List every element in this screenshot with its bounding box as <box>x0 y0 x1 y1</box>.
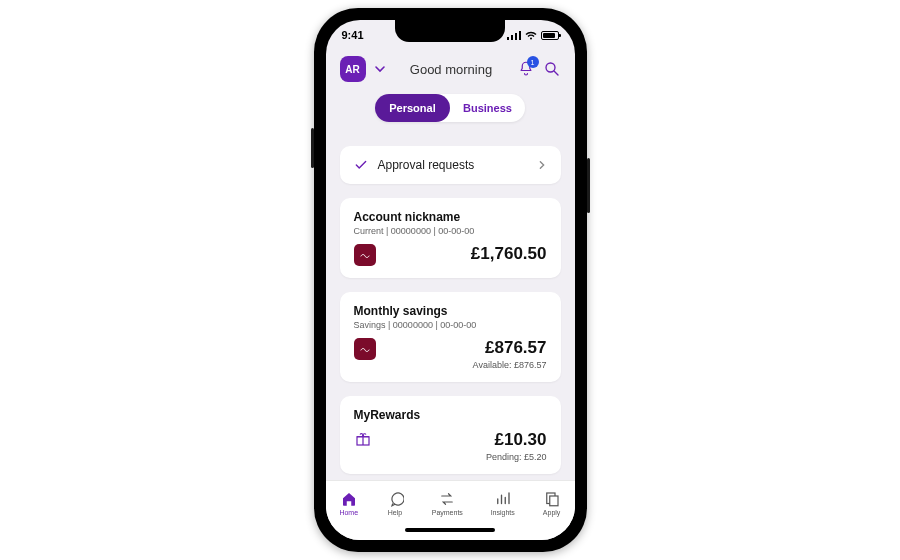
account-card[interactable]: Monthly savings Savings | 00000000 | 00-… <box>340 292 561 382</box>
wifi-icon <box>525 31 537 40</box>
rewards-pending: Pending: £5.20 <box>486 452 547 462</box>
check-icon <box>354 158 368 172</box>
avatar[interactable]: AR <box>340 56 366 82</box>
account-balance: £1,760.50 <box>471 244 547 264</box>
segment-personal[interactable]: Personal <box>375 94 450 122</box>
nav-label: Payments <box>432 509 463 516</box>
nav-label: Help <box>388 509 402 516</box>
account-name: Monthly savings <box>354 304 547 318</box>
svg-rect-3 <box>549 496 557 506</box>
rewards-balance: £10.30 <box>486 430 547 450</box>
segment-business[interactable]: Business <box>450 94 525 122</box>
account-balance: £876.57 <box>473 338 547 358</box>
notifications-button[interactable]: 1 <box>517 60 535 78</box>
phone-frame: 9:41 AR Good morning 1 <box>314 8 587 552</box>
home-indicator <box>326 528 575 540</box>
rewards-card[interactable]: MyRewards £10.30 Pending: £5.20 <box>340 396 561 474</box>
nav-label: Insights <box>491 509 515 516</box>
notification-badge: 1 <box>527 56 539 68</box>
main-content[interactable]: Approval requests Account nickname Curre… <box>326 132 575 480</box>
status-time: 9:41 <box>342 29 364 41</box>
account-type-segment: Personal Business <box>375 94 525 122</box>
screen: 9:41 AR Good morning 1 <box>326 20 575 540</box>
battery-icon <box>541 31 559 40</box>
approval-requests-card[interactable]: Approval requests <box>340 146 561 184</box>
nav-label: Apply <box>543 509 561 516</box>
chevron-down-icon[interactable] <box>374 63 386 75</box>
bank-icon <box>354 338 376 360</box>
search-button[interactable] <box>543 60 561 78</box>
account-name: MyRewards <box>354 408 547 422</box>
greeting-text: Good morning <box>394 62 509 77</box>
bottom-nav: Home Help Payments Insights Apply <box>326 480 575 528</box>
approval-label: Approval requests <box>378 158 475 172</box>
nav-help[interactable]: Help <box>386 490 404 516</box>
account-available: Available: £876.57 <box>473 360 547 370</box>
notch <box>395 20 505 42</box>
nav-payments[interactable]: Payments <box>432 490 463 516</box>
bank-icon <box>354 244 376 266</box>
account-meta: Savings | 00000000 | 00-00-00 <box>354 320 547 330</box>
account-card[interactable]: Account nickname Current | 00000000 | 00… <box>340 198 561 278</box>
account-meta: Current | 00000000 | 00-00-00 <box>354 226 547 236</box>
chevron-right-icon <box>537 160 547 170</box>
account-name: Account nickname <box>354 210 547 224</box>
svg-point-0 <box>546 63 555 72</box>
nav-label: Home <box>339 509 358 516</box>
gift-icon <box>354 430 372 448</box>
app-header: AR Good morning 1 Personal Business <box>326 50 575 132</box>
nav-apply[interactable]: Apply <box>543 490 561 516</box>
signal-icon <box>507 31 521 40</box>
nav-home[interactable]: Home <box>339 490 358 516</box>
nav-insights[interactable]: Insights <box>491 490 515 516</box>
